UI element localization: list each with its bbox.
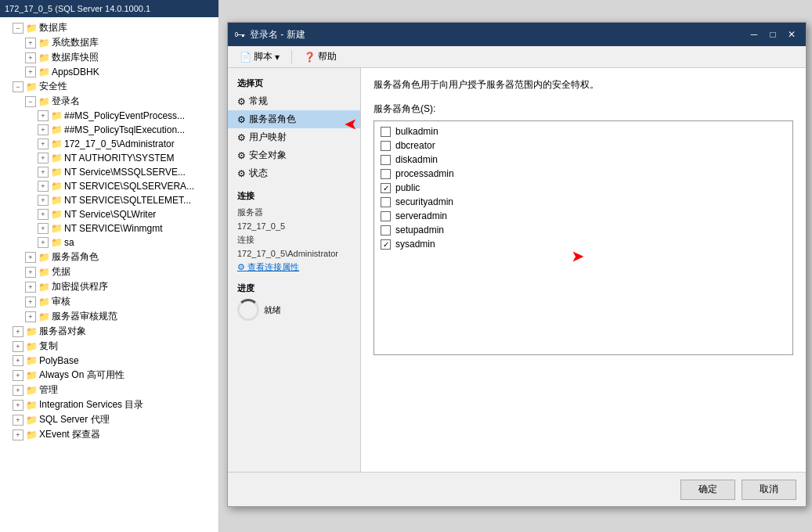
tree-item-polybase[interactable]: +📁PolyBase bbox=[0, 354, 218, 368]
expand-icon[interactable]: − bbox=[13, 23, 23, 34]
expand-icon[interactable]: + bbox=[38, 124, 49, 135]
expand-icon[interactable]: − bbox=[13, 81, 23, 92]
tree-item-label: 加密提供程序 bbox=[52, 280, 108, 293]
tree-item-audits[interactable]: +📁审核 bbox=[0, 294, 218, 309]
expand-icon[interactable]: + bbox=[25, 267, 36, 278]
expand-icon[interactable]: + bbox=[25, 311, 36, 322]
expand-icon[interactable]: + bbox=[13, 400, 23, 411]
role-item-bulkadmin: bulkadmin bbox=[377, 124, 789, 138]
tree-item-integration[interactable]: +📁Integration Services 目录 bbox=[0, 397, 218, 412]
expand-icon[interactable]: + bbox=[25, 252, 36, 263]
nav-item-status[interactable]: ⚙状态 bbox=[228, 164, 360, 182]
expand-icon[interactable]: + bbox=[38, 110, 49, 121]
role-checkbox-dbcreator[interactable] bbox=[381, 141, 391, 151]
tree-item-login10[interactable]: +📁sa bbox=[0, 235, 218, 250]
folder-icon: 📁 bbox=[25, 429, 38, 441]
tree-area[interactable]: −📁数据库+📁系统数据库+📁数据库快照+📁AppsDBHK−📁安全性−📁登录名+… bbox=[0, 17, 218, 532]
expand-icon[interactable]: + bbox=[38, 195, 49, 206]
tree-item-security[interactable]: −📁安全性 bbox=[0, 79, 218, 94]
tree-item-login6[interactable]: +📁NT SERVICE\SQLSERVERA... bbox=[0, 179, 218, 193]
expand-icon[interactable]: + bbox=[38, 209, 49, 220]
modal-body: 选择页 ⚙常规⚙服务器角色⚙用户映射⚙安全对象⚙状态 连接 服务器 172_17… bbox=[228, 68, 806, 472]
expand-icon[interactable]: + bbox=[38, 223, 49, 234]
role-checkbox-diskadmin[interactable] bbox=[381, 155, 391, 165]
role-item-securityadmin: securityadmin bbox=[377, 195, 789, 209]
expand-icon[interactable]: + bbox=[25, 38, 36, 49]
tree-item-label: ##MS_PolicyTsqlExecution... bbox=[64, 124, 185, 135]
tree-item-server_objects[interactable]: +📁服务器对象 bbox=[0, 324, 218, 339]
expand-icon[interactable]: + bbox=[13, 355, 23, 366]
role-checkbox-public[interactable] bbox=[381, 183, 391, 193]
expand-icon[interactable]: + bbox=[38, 237, 49, 248]
maximize-button[interactable]: □ bbox=[765, 27, 781, 41]
expand-icon[interactable]: + bbox=[25, 297, 36, 307]
expand-icon[interactable]: + bbox=[25, 282, 36, 293]
role-checkbox-processadmin[interactable] bbox=[381, 169, 391, 179]
tree-item-credentials[interactable]: +📁凭据 bbox=[0, 264, 218, 279]
expand-icon[interactable]: + bbox=[13, 341, 23, 352]
modal-toolbar: 📄 脚本 ▾ ❓ 帮助 bbox=[228, 46, 806, 68]
tree-item-login5[interactable]: +📁NT Service\MSSQLSERVE... bbox=[0, 165, 218, 179]
tree-item-sys_databases[interactable]: +📁系统数据库 bbox=[0, 35, 218, 50]
tree-item-crypto_providers[interactable]: +📁加密提供程序 bbox=[0, 279, 218, 294]
expand-icon[interactable]: + bbox=[13, 370, 23, 381]
expand-icon[interactable]: − bbox=[25, 96, 36, 107]
progress-item: 就绪 bbox=[228, 297, 360, 322]
tree-item-logins[interactable]: −📁登录名 bbox=[0, 94, 218, 109]
minimize-button[interactable]: ─ bbox=[746, 27, 762, 41]
role-checkbox-bulkadmin[interactable] bbox=[381, 127, 391, 137]
expand-icon[interactable]: + bbox=[38, 167, 49, 178]
tree-item-login2[interactable]: +📁##MS_PolicyTsqlExecution... bbox=[0, 123, 218, 137]
script-button[interactable]: 📄 脚本 ▾ bbox=[234, 48, 285, 66]
role-checkbox-setupadmin[interactable] bbox=[381, 225, 391, 235]
roles-label: 服务器角色(S): bbox=[374, 102, 793, 116]
arrow-annotation-1: ➤ bbox=[345, 116, 356, 133]
tree-item-management[interactable]: +📁管理 bbox=[0, 383, 218, 397]
expand-icon[interactable]: + bbox=[13, 415, 23, 426]
tree-item-login7[interactable]: +📁NT SERVICE\SQLTELEMET... bbox=[0, 193, 218, 207]
tree-item-sql_agent[interactable]: +📁SQL Server 代理 bbox=[0, 412, 218, 427]
role-item-sysadmin: sysadmin bbox=[377, 237, 789, 251]
tree-item-appsdbhk[interactable]: +📁AppsDBHK bbox=[0, 65, 218, 79]
nav-section-title: 选择页 bbox=[228, 74, 360, 92]
tree-item-login4[interactable]: +📁NT AUTHORITY\SYSTEM bbox=[0, 151, 218, 165]
tree-item-label: 安全性 bbox=[39, 80, 67, 93]
expand-icon[interactable]: + bbox=[25, 52, 36, 63]
nav-item-security_objects[interactable]: ⚙安全对象 bbox=[228, 146, 360, 164]
expand-icon[interactable]: + bbox=[38, 181, 49, 192]
confirm-button[interactable]: 确定 bbox=[680, 480, 735, 500]
tree-item-login1[interactable]: +📁##MS_PolicyEventProcess... bbox=[0, 109, 218, 123]
expand-icon[interactable]: + bbox=[25, 66, 36, 77]
folder-icon: 📁 bbox=[25, 384, 38, 397]
tree-item-login3[interactable]: +📁172_17_0_5\Administrator bbox=[0, 137, 218, 151]
connection-section-title: 连接 bbox=[228, 182, 360, 205]
tree-item-audit_specs[interactable]: +📁服务器审核规范 bbox=[0, 309, 218, 324]
tree-item-server_roles[interactable]: +📁服务器角色 bbox=[0, 250, 218, 264]
tree-item-label: 数据库快照 bbox=[52, 51, 99, 64]
tree-item-databases[interactable]: −📁数据库 bbox=[0, 20, 218, 35]
expand-icon[interactable]: + bbox=[38, 153, 49, 164]
nav-item-server_roles[interactable]: ⚙服务器角色 bbox=[228, 110, 360, 128]
role-label-serveradmin: serveradmin bbox=[395, 210, 447, 221]
close-button[interactable]: ✕ bbox=[784, 27, 799, 41]
tree-item-xevent[interactable]: +📁XEvent 探查器 bbox=[0, 427, 218, 442]
tree-item-replication[interactable]: +📁复制 bbox=[0, 339, 218, 354]
cancel-button[interactable]: 取消 bbox=[742, 480, 796, 500]
role-label-processadmin: processadmin bbox=[395, 168, 454, 179]
role-checkbox-sysadmin[interactable] bbox=[381, 239, 391, 250]
nav-item-user_mapping[interactable]: ⚙用户映射 bbox=[228, 128, 360, 146]
expand-icon[interactable]: + bbox=[38, 138, 49, 149]
tree-item-login8[interactable]: +📁NT Service\SQLWriter bbox=[0, 207, 218, 221]
view-connection-link[interactable]: ⚙ 查看连接属性 bbox=[228, 260, 360, 275]
role-checkbox-securityadmin[interactable] bbox=[381, 197, 391, 207]
tree-item-login9[interactable]: +📁NT SERVICE\Winmgmt bbox=[0, 221, 218, 235]
help-button[interactable]: ❓ 帮助 bbox=[298, 48, 342, 66]
folder-icon: 📁 bbox=[25, 340, 38, 353]
nav-item-general[interactable]: ⚙常规 bbox=[228, 92, 360, 110]
role-checkbox-serveradmin[interactable] bbox=[381, 211, 391, 221]
expand-icon[interactable]: + bbox=[13, 385, 23, 396]
expand-icon[interactable]: + bbox=[13, 430, 23, 440]
expand-icon[interactable]: + bbox=[13, 326, 23, 337]
tree-item-always_on[interactable]: +📁Always On 高可用性 bbox=[0, 368, 218, 383]
tree-item-db_snapshots[interactable]: +📁数据库快照 bbox=[0, 50, 218, 65]
